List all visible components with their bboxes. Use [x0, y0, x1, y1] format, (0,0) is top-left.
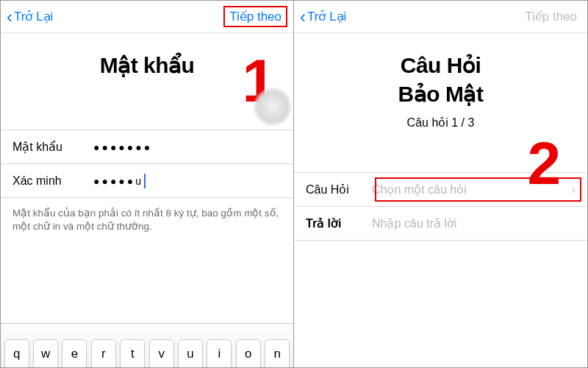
- back-button[interactable]: ‹ Trở Lại: [7, 8, 53, 26]
- text-caret: [144, 174, 146, 188]
- key-v[interactable]: v: [149, 339, 174, 367]
- key-o[interactable]: o: [236, 339, 261, 367]
- page-title-line2: Bảo Mật: [294, 81, 587, 107]
- answer-placeholder: Nhập câu trả lời: [372, 216, 576, 230]
- back-button[interactable]: ‹ Trở Lại: [300, 8, 346, 26]
- back-label: Trở Lại: [14, 9, 53, 24]
- question-fields: Câu Hỏi Chọn một câu hỏi › Trả lời Nhập …: [294, 172, 587, 241]
- key-q[interactable]: q: [4, 339, 29, 367]
- navbar: ‹ Trở Lại Tiếp theo: [1, 1, 293, 33]
- password-fields: Mật khẩu ●●●●●●● Xác minh ●●●●●u: [1, 130, 293, 198]
- password-label: Mật khẩu: [12, 140, 93, 154]
- key-t[interactable]: t: [120, 339, 145, 367]
- question-label: Câu Hỏi: [306, 183, 372, 197]
- password-input[interactable]: ●●●●●●●: [93, 141, 282, 153]
- highlight-box: [375, 177, 581, 202]
- password-value: ●●●●●●●: [93, 141, 152, 153]
- password-row[interactable]: Mật khẩu ●●●●●●●: [1, 130, 293, 164]
- screen-security-question: ‹ Trở Lại Tiếp theo Câu Hỏi Bảo Mật Câu …: [294, 1, 587, 367]
- home-button-overlay: [254, 88, 292, 126]
- chevron-left-icon: ‹: [300, 8, 306, 26]
- screenshot-container: ‹ Trở Lại Tiếp theo Mật khẩu 1 Mật khẩu …: [0, 0, 588, 368]
- next-label: Tiếp theo: [229, 10, 282, 24]
- next-label: Tiếp theo: [525, 10, 577, 24]
- back-label: Trở Lại: [307, 9, 346, 24]
- navbar: ‹ Trở Lại Tiếp theo: [294, 1, 587, 33]
- key-w[interactable]: w: [33, 339, 58, 367]
- next-button-disabled: Tiếp theo: [520, 7, 581, 26]
- answer-label: Trả lời: [306, 216, 372, 230]
- key-n[interactable]: n: [265, 339, 290, 367]
- key-u[interactable]: u: [178, 339, 203, 367]
- password-hint: Mật khẩu của bạn phải có ít nhất 8 ký tự…: [1, 198, 293, 233]
- chevron-left-icon: ‹: [7, 8, 12, 26]
- key-r[interactable]: r: [91, 339, 116, 367]
- screen-password: ‹ Trở Lại Tiếp theo Mật khẩu 1 Mật khẩu …: [1, 1, 294, 367]
- question-row[interactable]: Câu Hỏi Chọn một câu hỏi ›: [294, 173, 587, 207]
- verify-value: ●●●●●u: [93, 175, 143, 187]
- key-i[interactable]: i: [207, 339, 232, 367]
- page-title-line1: Câu Hỏi: [294, 52, 587, 78]
- verify-input[interactable]: ●●●●●u: [93, 174, 282, 188]
- answer-row[interactable]: Trả lời Nhập câu trả lời: [294, 207, 587, 241]
- key-e[interactable]: e: [62, 339, 87, 367]
- question-counter: Câu hỏi 1 / 3: [294, 116, 587, 130]
- next-button[interactable]: Tiếp theo: [223, 6, 287, 27]
- verify-row[interactable]: Xác minh ●●●●●u: [1, 164, 293, 198]
- keyboard[interactable]: q w e r t v u i o n: [1, 323, 293, 367]
- verify-label: Xác minh: [12, 174, 93, 188]
